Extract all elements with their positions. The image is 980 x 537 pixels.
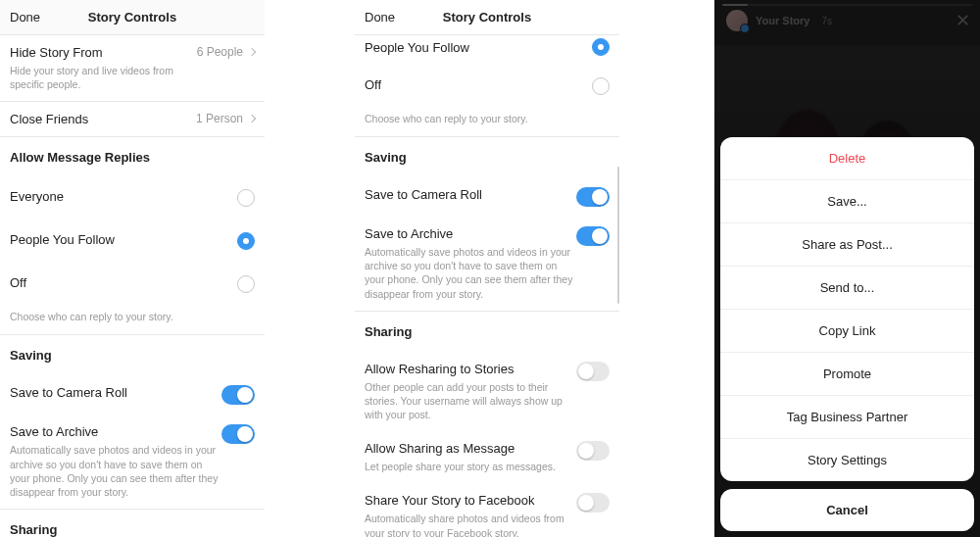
- replies-everyone-label: Everyone: [10, 189, 64, 204]
- save-archive-row[interactable]: Save to Archive Automatically save photo…: [355, 217, 619, 311]
- save-archive-sub: Automatically save photos and videos in …: [365, 245, 576, 301]
- toggle-on-icon[interactable]: [576, 187, 610, 207]
- save-camera-roll-row[interactable]: Save to Camera Roll: [355, 177, 619, 217]
- sharing-header: Sharing: [355, 312, 619, 352]
- replies-off-label: Off: [10, 275, 26, 290]
- save-archive-label: Save to Archive: [10, 424, 221, 439]
- chevron-right-icon: [248, 48, 256, 56]
- toggle-on-icon[interactable]: [576, 226, 610, 246]
- toggle-off-icon[interactable]: [576, 362, 610, 381]
- replies-footnote: Choose who can reply to your story.: [0, 307, 265, 334]
- menu-item-delete[interactable]: Delete: [720, 137, 974, 180]
- replies-off-label: Off: [365, 77, 381, 92]
- menu-item-promote[interactable]: Promote: [720, 353, 974, 396]
- hide-story-from-label: Hide Story From: [10, 45, 197, 60]
- share-as-message-label: Allow Sharing as Message: [365, 441, 576, 456]
- menu-item-save[interactable]: Save...: [720, 180, 974, 223]
- save-archive-sub: Automatically save photos and videos in …: [10, 443, 221, 499]
- action-sheet-menu: Delete Save... Share as Post... Send to.…: [720, 137, 974, 481]
- reshare-stories-label: Allow Resharing to Stories: [365, 362, 576, 376]
- replies-followers-label: People You Follow: [10, 232, 115, 247]
- radio-selected-icon[interactable]: [237, 232, 255, 250]
- replies-option-off[interactable]: Off: [0, 264, 265, 307]
- menu-item-story-settings[interactable]: Story Settings: [720, 439, 974, 481]
- radio-icon[interactable]: [237, 275, 255, 293]
- replies-header: Allow Message Replies: [0, 137, 265, 177]
- replies-option-followers[interactable]: People You Follow: [355, 35, 619, 66]
- chevron-right-icon: [248, 115, 256, 122]
- share-to-facebook-row[interactable]: Share Your Story to Facebook Automatical…: [355, 483, 619, 537]
- radio-icon[interactable]: [237, 189, 255, 207]
- sharing-header: Sharing: [0, 510, 265, 537]
- save-archive-row[interactable]: Save to Archive Automatically save photo…: [0, 415, 265, 509]
- save-camera-roll-label: Save to Camera Roll: [365, 187, 482, 202]
- toggle-on-icon[interactable]: [221, 385, 255, 405]
- saving-header: Saving: [0, 335, 265, 375]
- share-to-facebook-sub: Automatically share photos and videos fr…: [365, 512, 576, 537]
- close-friends-value: 1 Person: [196, 112, 243, 125]
- navbar: Done Story Controls: [355, 0, 619, 35]
- hide-story-from-sub: Hide your story and live videos from spe…: [10, 64, 197, 91]
- menu-item-tag-business-partner[interactable]: Tag Business Partner: [720, 396, 974, 439]
- radio-icon[interactable]: [592, 77, 610, 95]
- scrollbar[interactable]: [617, 167, 619, 304]
- menu-item-copy-link[interactable]: Copy Link: [720, 310, 974, 353]
- save-camera-roll-row[interactable]: Save to Camera Roll: [0, 375, 265, 415]
- story-controls-pane-a: Done Story Controls Hide Story From Hide…: [0, 0, 265, 537]
- menu-item-share-as-post[interactable]: Share as Post...: [720, 223, 974, 267]
- hide-story-from-value: 6 People: [197, 45, 243, 59]
- done-button[interactable]: Done: [365, 10, 395, 24]
- reshare-stories-row[interactable]: Allow Resharing to Stories Other people …: [355, 352, 619, 432]
- replies-footnote: Choose who can reply to your story.: [355, 109, 619, 136]
- menu-item-send-to[interactable]: Send to...: [720, 267, 974, 310]
- save-camera-roll-label: Save to Camera Roll: [10, 385, 127, 400]
- hide-story-from-row[interactable]: Hide Story From Hide your story and live…: [0, 35, 265, 101]
- cancel-button[interactable]: Cancel: [720, 489, 974, 531]
- replies-option-followers[interactable]: People You Follow: [0, 220, 265, 264]
- navbar: Done Story Controls: [0, 0, 265, 35]
- share-as-message-row[interactable]: Allow Sharing as Message Let people shar…: [355, 431, 619, 483]
- story-viewer-pane: Your Story 7s ✕ Delete Save... Share as …: [714, 0, 980, 537]
- toggle-on-icon[interactable]: [221, 424, 255, 444]
- saving-header: Saving: [355, 137, 619, 177]
- page-title: Story Controls: [443, 10, 531, 24]
- done-button[interactable]: Done: [10, 10, 40, 24]
- share-as-message-sub: Let people share your story as messages.: [365, 460, 576, 473]
- replies-followers-label: People You Follow: [365, 40, 469, 55]
- page-title: Story Controls: [88, 10, 176, 24]
- action-sheet: Delete Save... Share as Post... Send to.…: [720, 137, 974, 531]
- radio-selected-icon[interactable]: [592, 38, 610, 56]
- toggle-off-icon[interactable]: [576, 441, 610, 461]
- close-friends-label: Close Friends: [10, 112, 196, 126]
- replies-option-everyone[interactable]: Everyone: [0, 177, 265, 220]
- replies-option-off[interactable]: Off: [355, 66, 619, 109]
- reshare-stories-sub: Other people can add your posts to their…: [365, 380, 576, 422]
- share-to-facebook-label: Share Your Story to Facebook: [365, 493, 576, 508]
- close-friends-row[interactable]: Close Friends 1 Person: [0, 102, 265, 136]
- toggle-off-icon[interactable]: [576, 493, 610, 513]
- story-controls-pane-b: Done Story Controls People You Follow Of…: [355, 0, 619, 537]
- save-archive-label: Save to Archive: [365, 226, 576, 241]
